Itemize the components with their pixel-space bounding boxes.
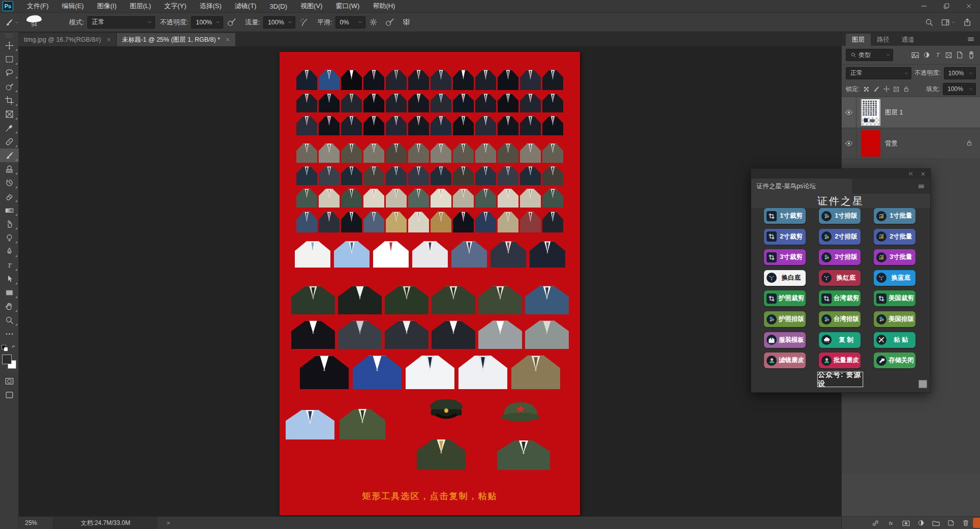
pasteboard[interactable]: 矩形工具选区，点击复制，粘贴: [19, 47, 841, 516]
layer-thumbnail[interactable]: [861, 130, 880, 157]
clothing-template[interactable]: [453, 211, 474, 232]
hand-tool[interactable]: [0, 300, 19, 313]
clothing-template[interactable]: [498, 165, 518, 185]
adjustment-layer-icon[interactable]: [917, 519, 925, 527]
clothing-template[interactable]: [386, 93, 407, 112]
clothing-template[interactable]: [453, 93, 474, 112]
close-panel-icon[interactable]: [920, 171, 926, 177]
clothing-template[interactable]: [386, 165, 407, 185]
plugin-tab[interactable]: 证件之星-菜鸟ps论坛: [751, 179, 852, 194]
clothing-template[interactable]: [341, 69, 362, 90]
plugin-button-1寸批量[interactable]: 1寸批量: [874, 208, 915, 224]
clothing-template[interactable]: [408, 211, 429, 232]
clothing-template[interactable]: [296, 165, 317, 185]
share-icon[interactable]: [963, 18, 972, 27]
clothing-template[interactable]: [353, 354, 402, 389]
clothing-template[interactable]: [341, 188, 362, 208]
clothing-template[interactable]: [408, 93, 429, 112]
menu-item-5[interactable]: 选择(S): [193, 0, 228, 13]
clothing-template[interactable]: [338, 284, 382, 314]
clothing-template[interactable]: [408, 69, 429, 90]
clothing-template[interactable]: [363, 188, 384, 208]
document-tab-1[interactable]: 未标题-1 @ 25% (图层 1, RGB/8) *: [117, 33, 236, 46]
move-tool[interactable]: [0, 39, 19, 52]
clothing-template[interactable]: [475, 211, 496, 232]
pen-tool[interactable]: [0, 245, 19, 258]
plugin-button-美国排版[interactable]: 美国排版: [874, 311, 915, 327]
clothing-template[interactable]: [363, 115, 384, 135]
clothing-template[interactable]: [319, 115, 340, 135]
plugin-button-3寸批量[interactable]: 3寸批量: [874, 249, 915, 265]
close-tab-icon[interactable]: [225, 37, 230, 42]
path-selection-tool[interactable]: [0, 272, 19, 286]
clothing-template[interactable]: [386, 142, 407, 163]
tool-preset-picker[interactable]: [3, 17, 20, 28]
clothing-template[interactable]: [432, 319, 475, 349]
layer-blend-mode-select[interactable]: 正常: [846, 67, 911, 79]
type-tool[interactable]: T: [0, 258, 19, 272]
layer-style-icon[interactable]: fx: [886, 519, 895, 527]
clothing-template[interactable]: [341, 211, 362, 232]
clothing-template[interactable]: [498, 93, 518, 112]
clothing-template[interactable]: [542, 188, 563, 208]
clothing-template[interactable]: [542, 69, 563, 90]
quick-selection-tool[interactable]: [0, 80, 19, 94]
clothing-template[interactable]: [373, 240, 409, 268]
foreground-color-swatch[interactable]: [2, 355, 12, 364]
spot-healing-tool[interactable]: [0, 135, 19, 149]
zoom-level[interactable]: 25%: [25, 519, 53, 526]
pressure-size-icon[interactable]: [385, 17, 394, 27]
clothing-template[interactable]: [475, 69, 496, 90]
zoom-tool[interactable]: [0, 313, 19, 327]
filter-type-layers-icon[interactable]: T: [934, 51, 942, 59]
clothing-template[interactable]: [520, 115, 541, 135]
smoothing-select[interactable]: 0%: [335, 16, 365, 28]
restore-button[interactable]: [935, 0, 958, 13]
clothing-template[interactable]: [520, 93, 541, 112]
brush-settings-panel-toggle-icon[interactable]: [50, 17, 60, 27]
clothing-template[interactable]: [295, 240, 330, 268]
clothing-template[interactable]: [300, 354, 349, 389]
close-tab-icon[interactable]: [106, 37, 111, 42]
clothing-template[interactable]: [386, 211, 407, 232]
clothing-template[interactable]: [520, 142, 541, 163]
clothing-template[interactable]: [475, 115, 496, 135]
menu-item-6[interactable]: 滤镜(T): [228, 0, 263, 13]
default-colors-widget[interactable]: [2, 345, 17, 351]
close-button[interactable]: [958, 0, 980, 13]
layer-opacity-select[interactable]: 100%: [944, 67, 976, 79]
clothing-template[interactable]: [338, 319, 382, 349]
plugin-button-2寸批量[interactable]: 2寸批量: [874, 229, 915, 245]
clothing-template[interactable]: [385, 319, 428, 349]
clothing-template[interactable]: [498, 142, 518, 163]
workspace-switcher[interactable]: [941, 18, 956, 27]
clothing-template[interactable]: [542, 115, 563, 135]
layer-visibility-toggle[interactable]: [842, 97, 856, 128]
clothing-template[interactable]: [497, 438, 550, 470]
clothing-template[interactable]: [525, 319, 569, 349]
lasso-tool[interactable]: [0, 66, 19, 80]
clothing-template[interactable]: [319, 93, 340, 112]
brush-preset-picker[interactable]: 94: [23, 15, 45, 30]
filter-shape-layers-icon[interactable]: [945, 51, 953, 59]
layer-visibility-toggle[interactable]: [842, 128, 856, 159]
smudge-tool[interactable]: [0, 217, 19, 231]
search-icon[interactable]: [925, 18, 934, 27]
clothing-template[interactable]: [530, 240, 565, 268]
panel-menu-button[interactable]: [967, 35, 975, 45]
crop-tool[interactable]: [0, 94, 19, 107]
layer-row-0[interactable]: 图层 1: [842, 97, 980, 128]
clothing-template[interactable]: [451, 240, 487, 268]
screen-mode-button[interactable]: [0, 388, 19, 402]
status-options-chevron[interactable]: >: [167, 520, 170, 526]
clothing-template[interactable]: [458, 354, 507, 389]
clothing-template[interactable]: [296, 142, 317, 163]
filter-toggle-icon[interactable]: [967, 50, 976, 60]
clothing-template[interactable]: [478, 284, 522, 314]
opacity-select[interactable]: 100%: [191, 16, 223, 28]
clothing-template[interactable]: [520, 69, 541, 90]
clothing-template[interactable]: [319, 142, 340, 163]
clothing-template[interactable]: [341, 142, 362, 163]
clothing-template[interactable]: [286, 408, 334, 439]
clothing-template[interactable]: [478, 319, 522, 349]
